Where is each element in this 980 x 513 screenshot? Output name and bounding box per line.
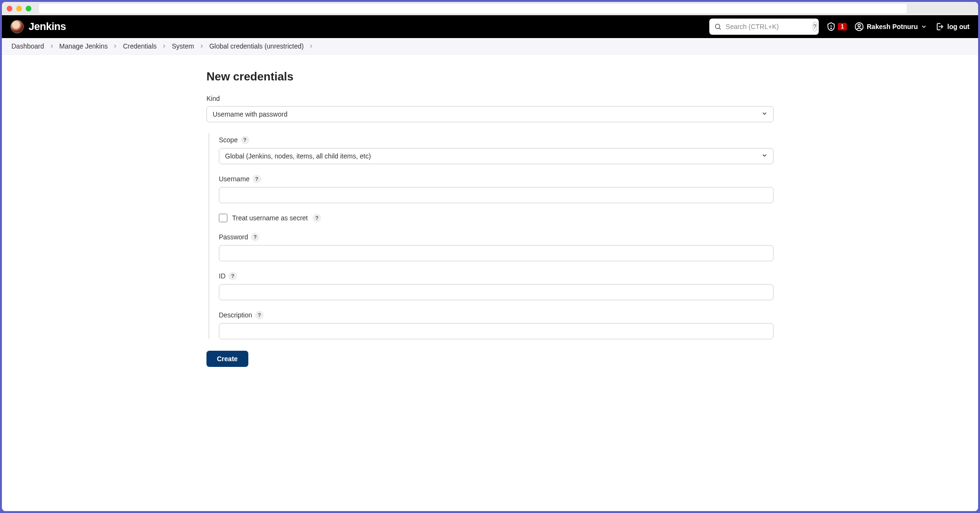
chevron-down-icon bbox=[921, 23, 927, 30]
search-icon bbox=[714, 23, 722, 30]
shield-alert-icon bbox=[826, 22, 836, 31]
chevron-right-icon bbox=[199, 43, 205, 49]
alerts-button[interactable]: 1 bbox=[826, 22, 847, 31]
breadcrumb-item-credentials[interactable]: Credentials bbox=[123, 42, 157, 50]
search-box[interactable]: ? bbox=[709, 19, 819, 35]
browser-window: Jenkins ? 1 Rakesh Potnuru bbox=[2, 2, 978, 511]
id-help-icon[interactable]: ? bbox=[228, 272, 237, 280]
page-title: New credentials bbox=[206, 70, 774, 83]
top-navbar: Jenkins ? 1 Rakesh Potnuru bbox=[2, 15, 978, 38]
password-help-icon[interactable]: ? bbox=[251, 233, 259, 241]
kind-select[interactable]: Username with password bbox=[206, 106, 774, 122]
scope-help-icon[interactable]: ? bbox=[241, 136, 249, 144]
search-input[interactable] bbox=[725, 23, 809, 30]
username-help-icon[interactable]: ? bbox=[253, 175, 261, 183]
create-button[interactable]: Create bbox=[206, 351, 248, 367]
breadcrumb-item-system[interactable]: System bbox=[172, 42, 194, 50]
chevron-right-icon bbox=[112, 43, 118, 49]
field-description: Description ? bbox=[219, 311, 774, 339]
description-input[interactable] bbox=[219, 323, 774, 339]
topnav-right: ? 1 Rakesh Potnuru bbox=[709, 19, 970, 35]
brand-name: Jenkins bbox=[29, 20, 66, 33]
svg-point-5 bbox=[858, 24, 860, 27]
brand[interactable]: Jenkins bbox=[10, 20, 66, 33]
field-scope: Scope ? Global (Jenkins, nodes, items, a… bbox=[219, 136, 774, 164]
scope-select[interactable]: Global (Jenkins, nodes, items, all child… bbox=[219, 148, 774, 164]
field-id: ID ? bbox=[219, 272, 774, 300]
svg-line-1 bbox=[719, 28, 721, 30]
kind-label: Kind bbox=[206, 95, 220, 102]
logout-icon bbox=[935, 22, 944, 31]
jenkins-logo-icon bbox=[10, 20, 24, 33]
svg-point-0 bbox=[715, 24, 720, 29]
password-input[interactable] bbox=[219, 245, 774, 261]
scope-label: Scope bbox=[219, 136, 238, 144]
user-name: Rakesh Potnuru bbox=[867, 23, 918, 30]
treat-secret-checkbox[interactable] bbox=[219, 214, 227, 222]
username-label: Username bbox=[219, 175, 250, 183]
breadcrumb-item-global-credentials[interactable]: Global credentials (unrestricted) bbox=[209, 42, 304, 50]
password-label: Password bbox=[219, 233, 248, 241]
username-input[interactable] bbox=[219, 187, 774, 203]
alert-badge: 1 bbox=[838, 23, 847, 30]
chevron-right-icon bbox=[308, 43, 314, 49]
treat-secret-label: Treat username as secret bbox=[232, 214, 308, 222]
form: New credentials Kind Username with passw… bbox=[195, 55, 785, 386]
description-help-icon[interactable]: ? bbox=[255, 311, 264, 319]
window-close-button[interactable] bbox=[7, 6, 12, 11]
window-minimize-button[interactable] bbox=[16, 6, 22, 11]
logout-button[interactable]: log out bbox=[935, 22, 970, 31]
breadcrumb-item-manage-jenkins[interactable]: Manage Jenkins bbox=[59, 42, 108, 50]
breadcrumb: Dashboard Manage Jenkins Credentials Sys… bbox=[2, 38, 978, 55]
field-password: Password ? bbox=[219, 233, 774, 261]
chevron-right-icon bbox=[161, 43, 167, 49]
field-kind: Kind Username with password bbox=[206, 95, 774, 122]
chevron-right-icon bbox=[49, 43, 55, 49]
titlebar bbox=[2, 2, 978, 15]
description-label: Description bbox=[219, 311, 252, 319]
id-input[interactable] bbox=[219, 284, 774, 300]
svg-point-3 bbox=[831, 28, 832, 29]
field-treat-secret: Treat username as secret ? bbox=[219, 214, 774, 222]
logout-label: log out bbox=[947, 23, 970, 30]
url-bar[interactable] bbox=[39, 4, 907, 13]
user-menu[interactable]: Rakesh Potnuru bbox=[854, 22, 927, 31]
user-icon bbox=[854, 22, 864, 31]
id-label: ID bbox=[219, 272, 225, 280]
field-username: Username ? bbox=[219, 175, 774, 203]
breadcrumb-item-dashboard[interactable]: Dashboard bbox=[11, 42, 44, 50]
window-maximize-button[interactable] bbox=[26, 6, 31, 11]
treat-secret-help-icon[interactable]: ? bbox=[313, 214, 321, 222]
search-help-icon[interactable]: ? bbox=[813, 22, 817, 31]
kind-details: Scope ? Global (Jenkins, nodes, items, a… bbox=[208, 133, 774, 339]
main-content: New credentials Kind Username with passw… bbox=[2, 55, 978, 511]
